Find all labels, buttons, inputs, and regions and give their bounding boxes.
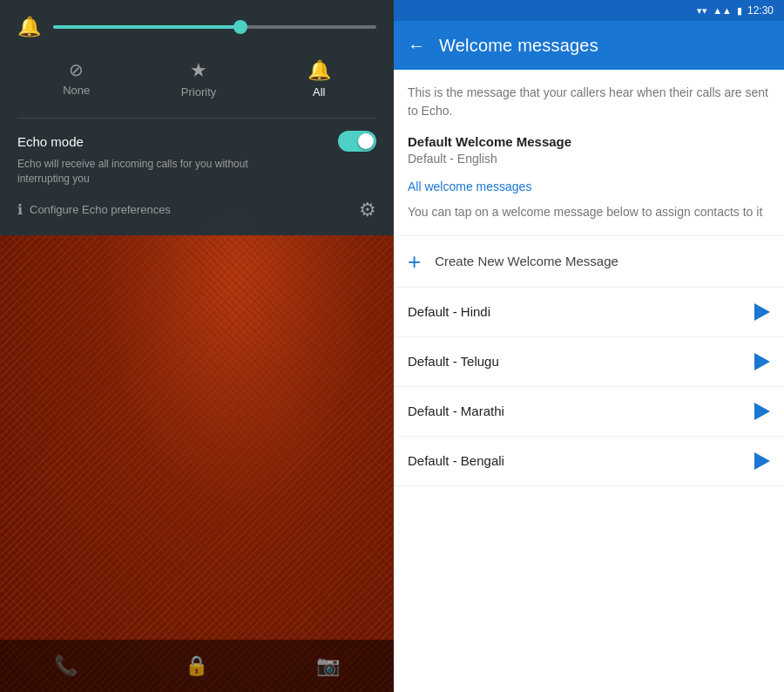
right-panel: ▾▾ ▲▲ ▮ 12:30 ← Welcome messages This is… — [394, 0, 784, 692]
message-item-bengali[interactable]: Default - Bengali — [394, 437, 784, 486]
echo-mode-row: Echo mode — [17, 131, 376, 152]
message-name-bengali: Default - Bengali — [408, 453, 504, 468]
status-time: 12:30 — [747, 4, 774, 17]
message-item-hindi[interactable]: Default - Hindi — [394, 288, 784, 337]
app-bar: ← Welcome messages — [394, 21, 784, 70]
volume-row: 🔔 — [17, 16, 376, 38]
message-item-telugu[interactable]: Default - Telugu — [394, 337, 784, 387]
play-icon-bengali[interactable] — [754, 452, 770, 470]
mode-all-button[interactable]: 🔔 All — [295, 54, 343, 104]
configure-row: ℹ Configure Echo preferences ⚙ — [17, 199, 376, 221]
configure-text[interactable]: Configure Echo preferences — [30, 203, 171, 216]
volume-slider-track[interactable] — [53, 25, 376, 29]
message-name-marathi: Default - Marathi — [408, 404, 504, 418]
volume-slider-fill — [53, 25, 240, 29]
create-new-label: Create New Welcome Message — [435, 254, 618, 268]
left-panel: 🔔 ⊘ None ★ Priority 🔔 All Echo m — [0, 0, 394, 692]
message-item-marathi[interactable]: Default - Marathi — [394, 387, 784, 437]
wifi-icon: ▾▾ — [697, 5, 707, 17]
echo-mode-label: Echo mode — [17, 134, 84, 149]
lock-icon[interactable]: 🔒 — [185, 655, 208, 677]
message-name-hindi: Default - Hindi — [408, 304, 490, 319]
echo-mode-description: Echo will receive all incoming calls for… — [17, 157, 261, 187]
priority-label: Priority — [181, 85, 216, 98]
none-label: None — [63, 84, 90, 97]
configure-left: ℹ Configure Echo preferences — [17, 201, 171, 218]
battery-icon: ▮ — [737, 5, 742, 17]
bell-icon: 🔔 — [17, 16, 41, 38]
none-icon: ⊘ — [69, 59, 84, 80]
divider — [17, 118, 376, 119]
message-name-telugu: Default - Telugu — [408, 354, 499, 369]
volume-slider-thumb[interactable] — [233, 20, 247, 34]
notification-panel: 🔔 ⊘ None ★ Priority 🔔 All Echo m — [0, 0, 394, 235]
phone-icon[interactable]: 📞 — [54, 655, 78, 677]
signal-icon: ▲▲ — [713, 5, 732, 16]
status-bar: ▾▾ ▲▲ ▮ 12:30 — [394, 0, 784, 21]
app-bar-title: Welcome messages — [439, 36, 598, 56]
create-new-row[interactable]: + Create New Welcome Message — [394, 235, 784, 288]
camera-icon[interactable]: 📷 — [316, 655, 340, 677]
toggle-thumb — [358, 133, 374, 149]
play-icon-telugu[interactable] — [754, 353, 770, 370]
default-message-section: Default Welcome Message Default - Englis… — [394, 131, 784, 176]
all-messages-link[interactable]: All welcome messages — [394, 176, 784, 204]
all-icon: 🔔 — [308, 59, 331, 82]
intro-text: This is the message that your callers he… — [394, 70, 784, 131]
priority-icon: ★ — [190, 59, 207, 82]
default-message-subtitle: Default - English — [408, 152, 770, 166]
play-icon-hindi[interactable] — [754, 303, 770, 321]
info-icon: ℹ — [17, 201, 23, 218]
default-message-title: Default Welcome Message — [408, 134, 770, 149]
bottom-nav-bar: 📞 🔒 📷 — [0, 640, 394, 692]
mode-priority-button[interactable]: ★ Priority — [169, 54, 228, 104]
mode-none-button[interactable]: ⊘ None — [51, 54, 102, 104]
mode-row: ⊘ None ★ Priority 🔔 All — [17, 54, 376, 104]
echo-mode-toggle[interactable] — [338, 131, 376, 152]
plus-icon: + — [408, 250, 421, 273]
all-label: All — [313, 85, 325, 98]
assign-text: You can tap on a welcome message below t… — [394, 204, 784, 235]
play-icon-marathi[interactable] — [754, 403, 770, 420]
gear-icon[interactable]: ⚙ — [359, 199, 376, 221]
back-button[interactable]: ← — [408, 36, 425, 56]
content-area: This is the message that your callers he… — [394, 70, 784, 692]
